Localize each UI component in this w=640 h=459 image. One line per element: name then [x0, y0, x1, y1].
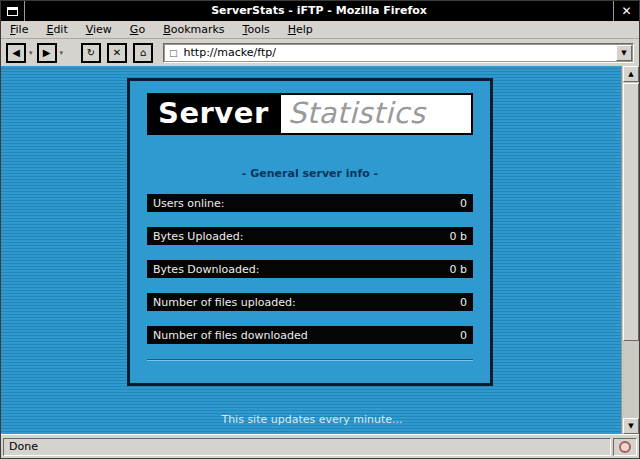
reload-icon: ↻: [87, 48, 95, 58]
stop-button[interactable]: ✕: [107, 43, 127, 63]
url-bar[interactable]: □ ▼: [163, 43, 634, 63]
scrollbar-thumb[interactable]: [623, 83, 639, 341]
page-logo: Server Statistics: [147, 93, 473, 135]
scroll-down-icon: ▼: [628, 422, 633, 430]
menu-edit[interactable]: Edit: [37, 21, 76, 38]
stat-row-bytes-uploaded: Bytes Uploaded: 0 b: [147, 227, 473, 245]
logo-server-text: Server: [147, 93, 281, 135]
window-title: ServerStats - iFTP - Mozilla Firefox: [25, 1, 613, 21]
forward-button[interactable]: ▶: [37, 43, 57, 63]
menu-help[interactable]: Help: [279, 21, 322, 38]
back-dropdown[interactable]: ▾: [29, 49, 33, 57]
home-button[interactable]: ⌂: [133, 43, 153, 63]
browser-window: ServerStats - iFTP - Mozilla Firefox ✕ F…: [0, 0, 640, 459]
close-button[interactable]: ✕: [613, 1, 639, 21]
horizontal-rule: [147, 359, 473, 361]
stat-row-bytes-downloaded: Bytes Downloaded: 0 b: [147, 260, 473, 278]
title-bar: ServerStats - iFTP - Mozilla Firefox ✕: [1, 1, 639, 21]
scroll-down-button[interactable]: ▼: [623, 418, 639, 434]
stat-label: Bytes Uploaded:: [153, 230, 243, 243]
stat-value: 0: [460, 197, 467, 210]
stop-icon: ✕: [113, 48, 121, 58]
stat-value: 0 b: [450, 263, 467, 276]
back-button[interactable]: ◀: [6, 43, 26, 63]
menu-tools[interactable]: Tools: [234, 21, 279, 38]
scroll-up-icon: ▲: [628, 70, 633, 78]
browser-content-area: Server Statistics - General server info …: [1, 66, 639, 434]
stat-label: Users online:: [153, 197, 225, 210]
stat-value: 0: [460, 329, 467, 342]
url-input[interactable]: [184, 46, 616, 59]
status-text: Done: [3, 438, 611, 456]
stat-row-files-downloaded: Number of files downloaded 0: [147, 326, 473, 344]
section-title: - General server info -: [130, 167, 490, 180]
server-stats-panel: Server Statistics - General server info …: [127, 78, 493, 386]
status-bar: Done: [1, 434, 639, 458]
logo-statistics-text: Statistics: [281, 95, 471, 133]
stat-value: 0 b: [450, 230, 467, 243]
update-note: This site updates every minute...: [1, 413, 623, 426]
menu-file[interactable]: File: [1, 21, 37, 38]
navigation-toolbar: ◀ ▾ ▶ ▾ ↻ ✕ ⌂ □ ▼: [1, 39, 639, 66]
vertical-scrollbar[interactable]: ▲ ▼: [621, 66, 639, 434]
close-icon: ✕: [621, 4, 631, 18]
back-icon: ◀: [12, 48, 20, 58]
forward-icon: ▶: [43, 48, 51, 58]
url-dropdown-icon: ▼: [621, 49, 626, 57]
stat-label: Number of files downloaded: [153, 329, 308, 342]
menu-view[interactable]: View: [77, 21, 121, 38]
stat-row-users-online: Users online: 0: [147, 194, 473, 212]
stat-label: Bytes Downloaded:: [153, 263, 260, 276]
window-menu-button[interactable]: [1, 1, 25, 21]
menu-bar: File Edit View Go Bookmarks Tools Help: [1, 21, 639, 39]
stat-label: Number of files uploaded:: [153, 296, 296, 309]
status-icon: [619, 441, 631, 453]
forward-dropdown[interactable]: ▾: [60, 49, 64, 57]
status-icon-box[interactable]: [613, 438, 637, 456]
stat-row-files-uploaded: Number of files uploaded: 0: [147, 293, 473, 311]
scroll-up-button[interactable]: ▲: [623, 66, 639, 82]
window-menu-icon: [7, 7, 18, 16]
home-icon: ⌂: [140, 48, 146, 58]
url-dropdown-button[interactable]: ▼: [616, 45, 632, 61]
stat-value: 0: [460, 296, 467, 309]
page-proxy-icon: □: [169, 48, 178, 58]
reload-button[interactable]: ↻: [81, 43, 101, 63]
page-background: Server Statistics - General server info …: [1, 66, 623, 434]
menu-go[interactable]: Go: [121, 21, 154, 38]
menu-bookmarks[interactable]: Bookmarks: [154, 21, 233, 38]
